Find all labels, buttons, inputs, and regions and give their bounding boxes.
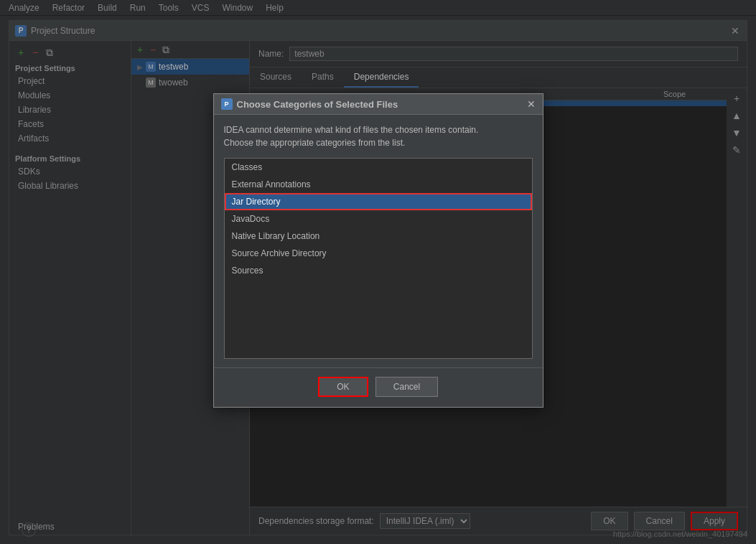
dialog-list-item-source-archive[interactable]: Source Archive Directory — [225, 245, 532, 262]
dialog-title-text: Choose Categories of Selected Files — [237, 99, 398, 110]
dialog-list-item-external-annotations[interactable]: External Annotations — [225, 176, 532, 193]
dialog-close-button[interactable]: ✕ — [527, 98, 536, 110]
dialog-description: IDEA cannot determine what kind of files… — [224, 123, 533, 149]
dialog-list-item-javadocs[interactable]: JavaDocs — [225, 210, 532, 228]
dialog-ok-button[interactable]: OK — [318, 377, 368, 397]
dialog-body: IDEA cannot determine what kind of files… — [214, 115, 543, 367]
dialog-list-item-classes[interactable]: Classes — [225, 159, 532, 176]
dialog-list-item-native-library[interactable]: Native Library Location — [225, 228, 532, 245]
dialog-desc-line1: IDEA cannot determine what kind of files… — [224, 123, 533, 136]
dialog-desc-line2: Choose the appropriate categories from t… — [224, 136, 533, 149]
dialog-list-item-sources[interactable]: Sources — [225, 262, 532, 279]
dialog-cancel-button[interactable]: Cancel — [375, 377, 438, 397]
dialog-list: Classes External Annotations Jar Directo… — [224, 158, 533, 359]
dialog-title-bar: P Choose Categories of Selected Files ✕ — [214, 94, 543, 115]
choose-categories-dialog: P Choose Categories of Selected Files ✕ … — [213, 93, 543, 408]
dialog-list-item-jar-directory[interactable]: Jar Directory — [225, 193, 532, 210]
dialog-buttons: OK Cancel — [214, 367, 543, 407]
dialog-overlay: P Choose Categories of Selected Files ✕ … — [0, 0, 756, 544]
dialog-icon: P — [221, 98, 233, 110]
dialog-title-left: P Choose Categories of Selected Files — [221, 98, 398, 110]
